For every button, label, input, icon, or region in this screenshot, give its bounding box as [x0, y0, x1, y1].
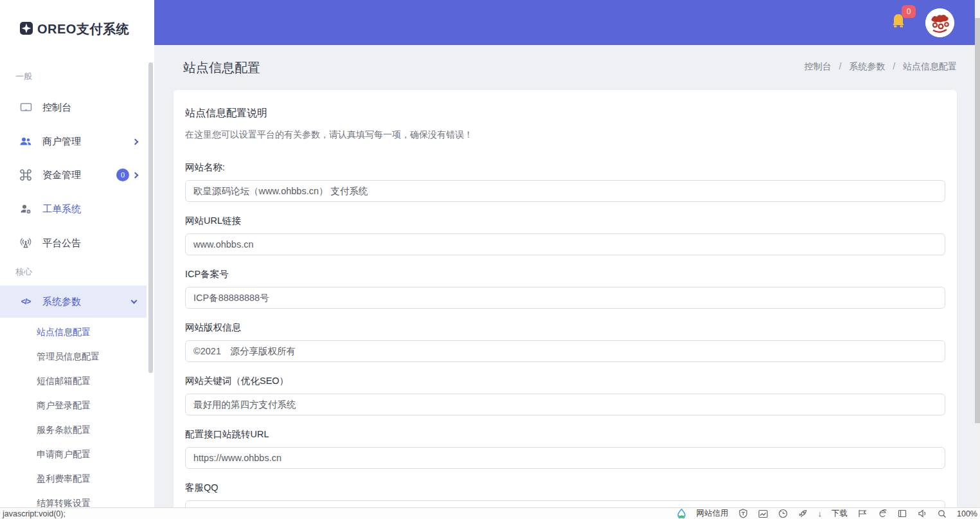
sidebar-item-merchants[interactable]: 商户管理: [0, 129, 147, 154]
brand-logo[interactable]: OREO支付系统: [19, 21, 129, 38]
breadcrumb: 控制台 / 系统参数 / 站点信息配置: [805, 61, 957, 73]
zoom-level[interactable]: 100%: [957, 509, 977, 518]
brand-title: OREO支付系统: [37, 21, 129, 38]
field-label-keywords: 网站关键词（优化SEO）: [185, 375, 945, 388]
notification-bell-button[interactable]: 0: [889, 12, 911, 33]
submenu-item-apply-merchant[interactable]: 申请商户配置: [37, 449, 91, 460]
rocket-icon[interactable]: [798, 509, 808, 519]
seo-keywords-input[interactable]: [185, 394, 945, 415]
sidebar-item-announcements[interactable]: 平台公告: [0, 231, 147, 255]
field-label-service-qq: 客服QQ: [185, 482, 945, 495]
broadcast-icon: [19, 237, 32, 250]
users-icon: [19, 135, 32, 148]
field-label-site-url: 网站URL链接: [185, 215, 945, 228]
submenu-item-terms[interactable]: 服务条款配置: [37, 424, 91, 436]
breadcrumb-separator: /: [893, 61, 895, 71]
ie-compat-icon[interactable]: [877, 509, 887, 519]
field-label-site-name: 网站名称:: [185, 161, 945, 174]
sidebar-section-core: 核心: [15, 266, 32, 278]
sidebar-item-console[interactable]: 控制台: [0, 95, 147, 120]
speaker-icon[interactable]: [917, 509, 927, 519]
sidebar-item-label: 控制台: [42, 102, 71, 114]
sidebar-item-system-params[interactable]: </> 系统参数: [0, 286, 147, 318]
copyright-input[interactable]: [185, 340, 945, 362]
breadcrumb-separator: /: [839, 61, 842, 71]
download-button[interactable]: 下载: [832, 508, 848, 519]
sidebar-item-funds[interactable]: 资金管理 0: [0, 163, 147, 187]
notification-count-badge: 0: [902, 5, 916, 18]
submenu-item-site-info[interactable]: 站点信息配置: [37, 327, 91, 338]
code-icon: </>: [19, 295, 32, 308]
topbar: 0: [154, 0, 975, 45]
sidebar-item-label: 工单系统: [42, 203, 81, 215]
chevron-right-icon: [132, 138, 139, 145]
window-layout-icon[interactable]: [897, 509, 907, 519]
submenu-item-admin-info[interactable]: 管理员信息配置: [37, 351, 100, 363]
field-label-redirect-url: 配置接口站跳转URL: [185, 428, 945, 441]
sidebar-item-label: 平台公告: [42, 237, 81, 250]
status-right-tools: 网站信用 ↓ 下载 100%: [677, 508, 980, 519]
site-url-input[interactable]: [185, 233, 945, 255]
window-scrollbar-thumb[interactable]: [975, 18, 980, 423]
field-label-copyright: 网站版权信息: [185, 322, 945, 334]
monitor-icon: [19, 101, 32, 114]
image-blocker-icon[interactable]: [758, 509, 769, 519]
submenu-item-merchant-login[interactable]: 商户登录配置: [37, 400, 91, 412]
submenu-item-profit-rate[interactable]: 盈利费率配置: [37, 473, 91, 485]
scroll-down-icon[interactable]: ↓: [818, 509, 823, 518]
breadcrumb-console[interactable]: 控制台: [805, 61, 832, 71]
service-qq-input[interactable]: [185, 500, 945, 507]
user-gear-icon: [19, 203, 32, 215]
brand-star-icon: [19, 21, 33, 38]
submenu-item-sms-email[interactable]: 短信邮箱配置: [37, 376, 91, 387]
user-avatar[interactable]: [925, 8, 954, 37]
site-name-input[interactable]: [185, 180, 945, 202]
page-title: 站点信息配置: [183, 59, 260, 77]
zoom-search-icon[interactable]: [937, 509, 947, 519]
submenu-item-settlement[interactable]: 结算转账设置: [37, 498, 91, 507]
sidebar: OREO支付系统 一般 控制台 商户管理 资金管理 0 工单系统 平台公告: [0, 0, 154, 507]
shield-icon[interactable]: [738, 509, 749, 519]
config-card: 站点信息配置说明 在这里您可以设置平台的有关参数，请认真填写每一项，确保没有错误…: [174, 90, 957, 507]
flag-icon[interactable]: [857, 509, 868, 519]
breadcrumb-system-params[interactable]: 系统参数: [849, 61, 885, 71]
bell-icon: [889, 22, 908, 33]
sidebar-item-label: 资金管理: [42, 169, 81, 181]
window-scrollbar-track[interactable]: [975, 0, 980, 507]
card-heading: 站点信息配置说明: [185, 107, 945, 120]
browser-status-bar: javascript:void(0); 网站信用 ↓ 下载: [0, 507, 980, 519]
status-link-preview: javascript:void(0);: [0, 509, 66, 518]
water-drop-icon[interactable]: [677, 509, 687, 519]
breadcrumb-site-info[interactable]: 站点信息配置: [903, 61, 957, 71]
funds-count-badge: 0: [116, 168, 129, 181]
speed-mode-icon[interactable]: [778, 509, 788, 519]
main-content: 站点信息配置 控制台 / 系统参数 / 站点信息配置 站点信息配置说明 在这里您…: [154, 45, 975, 507]
sidebar-item-label: 系统参数: [42, 296, 81, 308]
sidebar-section-general: 一般: [15, 71, 32, 82]
field-label-icp: ICP备案号: [185, 268, 945, 281]
icp-number-input[interactable]: [185, 287, 945, 309]
command-icon: [19, 168, 32, 181]
chevron-right-icon: [132, 172, 139, 178]
site-credit-button[interactable]: 网站信用: [697, 508, 729, 519]
card-description: 在这里您可以设置平台的有关参数，请认真填写每一项，确保没有错误！: [185, 129, 945, 141]
sidebar-item-tickets[interactable]: 工单系统: [0, 197, 147, 221]
redirect-url-input[interactable]: [185, 447, 945, 469]
sidebar-scrollbar-thumb[interactable]: [148, 62, 153, 373]
chevron-down-icon: [131, 297, 138, 304]
sidebar-item-label: 商户管理: [42, 136, 81, 148]
